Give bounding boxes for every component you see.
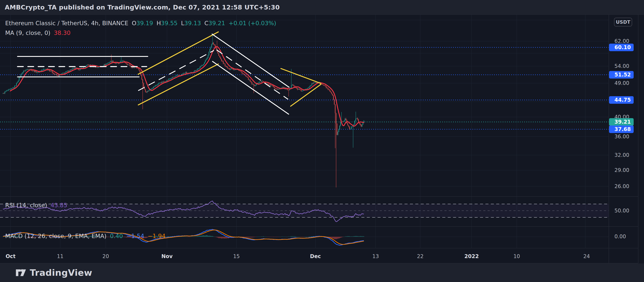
- change-value: +0.01 (+0.03%): [229, 20, 276, 26]
- macd-hist-value: 0.40: [110, 233, 123, 239]
- ma-legend[interactable]: MA (9, close, 0) 38.30: [5, 29, 70, 36]
- ohlc-high: H39.55: [156, 20, 178, 26]
- time-tick: 10: [514, 253, 520, 259]
- publish-title: AMBCrypto_TA published on TradingView.co…: [5, 4, 280, 11]
- price-tick: 32.00: [614, 152, 629, 158]
- price-tick: 36.00: [614, 134, 629, 140]
- time-tick: 20: [102, 253, 109, 259]
- price-tick: 54.00: [614, 63, 629, 69]
- time-tick: 15: [233, 253, 240, 259]
- macd-title: MACD (12, 26, close, 9, EMA, EMA): [5, 233, 106, 239]
- publish-header: AMBCrypto_TA published on TradingView.co…: [0, 0, 644, 15]
- price-level-badge: 51.52: [609, 71, 634, 79]
- time-tick: 13: [372, 253, 379, 259]
- tradingview-brand[interactable]: TradingView: [30, 268, 92, 278]
- currency-toggle-button[interactable]: USDT: [614, 18, 632, 26]
- rsi-value: 43.85: [51, 202, 67, 209]
- symbol-legend[interactable]: Ethereum Classic / TetherUS, 4h, BINANCE…: [5, 20, 276, 26]
- price-level-badge: 44.75: [609, 96, 634, 104]
- ma-title: MA (9, close, 0): [5, 29, 50, 36]
- price-tick: 29.00: [614, 167, 629, 173]
- price-level-badge: 60.10: [609, 44, 634, 51]
- time-tick: 11: [57, 253, 64, 259]
- symbol-title: Ethereum Classic / TetherUS, 4h, BINANCE: [5, 20, 128, 26]
- time-tick: Nov: [162, 253, 172, 259]
- price-tick: 62.00: [614, 38, 629, 44]
- price-level-badge: 37.68: [609, 126, 634, 133]
- ohlc-low: L39.13: [181, 20, 201, 26]
- ohlc-close: C39.21: [204, 20, 225, 26]
- macd-signal-value: −1.94: [148, 233, 166, 239]
- time-tick: Oct: [6, 253, 16, 259]
- ohlc-open: O39.19: [132, 20, 153, 26]
- macd-legend[interactable]: MACD (12, 26, close, 9, EMA, EMA) 0.40 −…: [5, 233, 166, 239]
- rsi-title: RSI (14, close): [5, 202, 47, 209]
- tradingview-logo-icon[interactable]: [16, 268, 26, 277]
- rsi-tick: 50.00: [614, 208, 629, 214]
- footer: TradingView: [0, 264, 644, 282]
- macd-tick: 0.00: [614, 234, 626, 240]
- ma-value: 38.30: [54, 29, 70, 36]
- time-tick: 22: [417, 253, 424, 259]
- chart-canvas[interactable]: [0, 0, 644, 282]
- time-tick: 24: [584, 253, 590, 259]
- time-tick: Dec: [310, 253, 321, 259]
- rsi-legend[interactable]: RSI (14, close) 43.85: [5, 202, 67, 209]
- macd-line-value: −1.54: [126, 233, 144, 239]
- tradingview-chart-page: AMBCrypto_TA published on TradingView.co…: [0, 0, 644, 282]
- price-tick: 49.00: [614, 80, 629, 86]
- time-tick: 2022: [464, 253, 479, 259]
- price-tick: 26.00: [614, 183, 629, 189]
- price-level-badge: 39.21: [609, 118, 634, 126]
